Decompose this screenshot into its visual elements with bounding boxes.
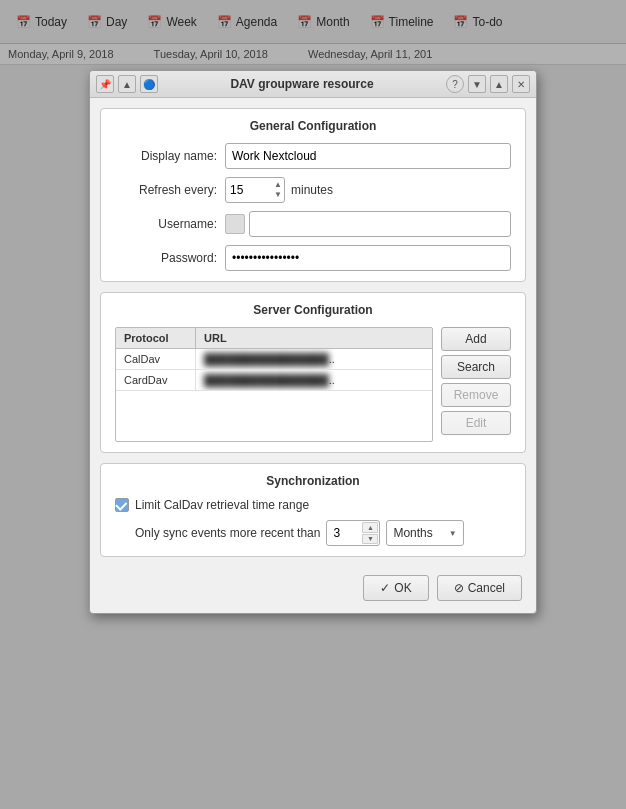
limit-caldav-label: Limit CalDav retrieval time range [135, 498, 309, 512]
help-button[interactable]: ? [446, 75, 464, 93]
spin-arrows: ▲ ▼ [274, 180, 282, 200]
server-table: Protocol URL CalDav ████████████████.. C… [115, 327, 433, 442]
password-row: Password: [115, 245, 511, 271]
refresh-row: Refresh every: ▲ ▼ minutes [115, 177, 511, 203]
display-name-row: Display name: [115, 143, 511, 169]
pin-button[interactable]: 📌 [96, 75, 114, 93]
caldav-protocol: CalDav [116, 349, 196, 369]
username-row: Username: [115, 211, 511, 237]
ok-button[interactable]: ✓ OK [363, 575, 428, 601]
refresh-label: Refresh every: [115, 183, 225, 197]
sync-section-title: Synchronization [115, 474, 511, 488]
icon-button[interactable]: 🔵 [140, 75, 158, 93]
display-name-label: Display name: [115, 149, 225, 163]
dav-dialog: 📌 ▲ 🔵 DAV groupware resource ? ▼ ▲ ✕ Gen… [89, 70, 537, 614]
search-button[interactable]: Search [441, 355, 511, 379]
sync-section: Synchronization Limit CalDav retrieval t… [100, 463, 526, 557]
limit-caldav-checkbox[interactable] [115, 498, 129, 512]
maximize-button[interactable]: ▲ [490, 75, 508, 93]
caldav-url: ████████████████.. [196, 349, 396, 369]
username-label: Username: [115, 217, 225, 231]
table-row[interactable]: CardDav ████████████████.. [116, 370, 432, 391]
caldav-url-value: ████████████████ [204, 353, 329, 365]
carddav-url: ████████████████.. [196, 370, 396, 390]
refresh-spinner[interactable]: ▲ ▼ [225, 177, 285, 203]
cancel-icon: ⊘ [454, 581, 464, 595]
range-number-input[interactable]: ▲ ▼ [326, 520, 380, 546]
dialog-title: DAV groupware resource [162, 77, 442, 91]
general-section-title: General Configuration [115, 119, 511, 133]
general-section: General Configuration Display name: Refr… [100, 108, 526, 282]
username-input[interactable] [249, 211, 511, 237]
edit-button[interactable]: Edit [441, 411, 511, 435]
refresh-value-input[interactable] [230, 183, 266, 197]
num-spin: ▲ ▼ [362, 522, 378, 544]
remove-button[interactable]: Remove [441, 383, 511, 407]
carddav-url-value: ████████████████ [204, 374, 329, 386]
sync-range-row: Only sync events more recent than ▲ ▼ Mo… [115, 520, 511, 546]
dialog-body: General Configuration Display name: Refr… [90, 98, 536, 567]
col-protocol: Protocol [116, 328, 196, 348]
close-button[interactable]: ✕ [512, 75, 530, 93]
minimize-button[interactable]: ▼ [468, 75, 486, 93]
server-table-container: Protocol URL CalDav ████████████████.. C… [115, 327, 511, 442]
spin-up-button[interactable]: ▲ [274, 180, 282, 190]
password-input[interactable] [225, 245, 511, 271]
dialog-footer: ✓ OK ⊘ Cancel [90, 567, 536, 613]
dropdown-arrow-icon: ▼ [449, 529, 457, 538]
collapse-button[interactable]: ▲ [118, 75, 136, 93]
table-header: Protocol URL [116, 328, 432, 349]
cancel-button[interactable]: ⊘ Cancel [437, 575, 522, 601]
add-button[interactable]: Add [441, 327, 511, 351]
display-name-input[interactable] [225, 143, 511, 169]
minutes-label: minutes [291, 183, 333, 197]
password-label: Password: [115, 251, 225, 265]
selected-unit: Months [393, 526, 432, 540]
refresh-controls: ▲ ▼ minutes [225, 177, 333, 203]
server-section: Server Configuration Protocol URL CalDav… [100, 292, 526, 453]
carddav-protocol: CardDav [116, 370, 196, 390]
spin-down-button[interactable]: ▼ [274, 190, 282, 200]
range-unit-select[interactable]: Months ▼ [386, 520, 463, 546]
sync-checkbox-row: Limit CalDav retrieval time range [115, 498, 511, 512]
range-value[interactable] [327, 526, 361, 540]
num-down-button[interactable]: ▼ [362, 534, 378, 545]
avatar [225, 214, 245, 234]
server-action-buttons: Add Search Remove Edit [441, 327, 511, 442]
range-label: Only sync events more recent than [135, 526, 320, 540]
table-spacer [116, 391, 432, 441]
table-row[interactable]: CalDav ████████████████.. [116, 349, 432, 370]
dialog-titlebar: 📌 ▲ 🔵 DAV groupware resource ? ▼ ▲ ✕ [90, 71, 536, 98]
num-up-button[interactable]: ▲ [362, 522, 378, 533]
server-section-title: Server Configuration [115, 303, 511, 317]
dialog-overlay: 📌 ▲ 🔵 DAV groupware resource ? ▼ ▲ ✕ Gen… [0, 0, 626, 809]
col-url: URL [196, 328, 432, 348]
check-icon: ✓ [380, 581, 390, 595]
